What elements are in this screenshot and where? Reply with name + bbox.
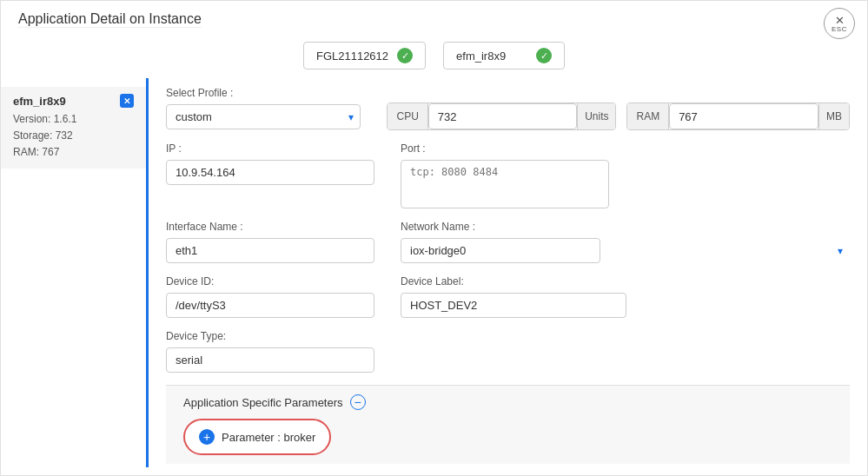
network-select-wrapper: iox-bridge0 ▾: [401, 238, 850, 263]
instance-chip-2[interactable]: efm_ir8x9 ✓: [443, 42, 565, 69]
device-type-group: Device Type:: [166, 330, 374, 373]
device-id-label-row: Device ID: Device Label:: [166, 275, 850, 318]
profile-select-wrapper: custom ▾: [166, 104, 361, 129]
ip-port-row: IP : Port :: [166, 142, 850, 208]
ram-group: RAM MB: [626, 102, 850, 130]
main-content: efm_ir8x9 ✕ Version: 1.6.1 Storage: 732 …: [1, 78, 867, 467]
device-type-label: Device Type:: [166, 330, 374, 342]
device-type-input[interactable]: [166, 347, 374, 373]
detail-panel: Select Profile : custom ▾ CPU Units: [149, 78, 867, 467]
device-id-group: Device ID:: [166, 275, 374, 318]
broker-row[interactable]: + Parameter : broker: [183, 419, 331, 455]
port-group: Port :: [401, 142, 850, 208]
network-group: Network Name : iox-bridge0 ▾: [401, 221, 850, 263]
interface-input[interactable]: [166, 238, 374, 263]
ram-input[interactable]: [669, 103, 818, 129]
esc-label: ESC: [832, 26, 847, 33]
minus-icon[interactable]: −: [350, 394, 366, 410]
port-label: Port :: [401, 142, 850, 155]
check-icon-1: ✓: [397, 48, 413, 63]
device-id-label: Device ID:: [166, 275, 374, 288]
profile-resource-row: Select Profile : custom ▾ CPU Units: [166, 87, 850, 130]
sidebar-close-button[interactable]: ✕: [120, 94, 134, 108]
profile-select[interactable]: custom: [166, 104, 361, 129]
plus-circle-icon: +: [199, 429, 215, 445]
page-title: Application Detail on Instance: [18, 11, 202, 28]
device-type-row: Device Type:: [166, 330, 850, 373]
instance-name-2: efm_ir8x9: [456, 50, 506, 63]
cpu-group: CPU Units: [387, 102, 616, 130]
esc-x-icon: ✕: [835, 15, 845, 26]
instances-bar: FGL21112612 ✓ efm_ir8x9 ✓: [1, 33, 867, 78]
device-id-input[interactable]: [166, 293, 374, 318]
cpu-label: CPU: [388, 103, 427, 129]
ip-group: IP :: [166, 142, 374, 185]
interface-label: Interface Name :: [166, 221, 374, 233]
ram-label: RAM: [627, 103, 669, 129]
ram-unit: MB: [818, 103, 849, 129]
device-label-label: Device Label:: [401, 275, 850, 288]
profile-label: Select Profile :: [166, 87, 361, 99]
network-arrow-icon: ▾: [838, 245, 843, 257]
instance-chip-1[interactable]: FGL21112612 ✓: [303, 42, 426, 69]
app-specific-header: Application Specific Parameters −: [183, 394, 832, 410]
device-label-group: Device Label:: [401, 275, 850, 318]
esc-button[interactable]: ✕ ESC: [824, 8, 855, 39]
app-specific-section: Application Specific Parameters − + Para…: [166, 385, 850, 464]
page-container: Application Detail on Instance ✕ ESC FGL…: [0, 0, 868, 476]
check-icon-2: ✓: [536, 48, 552, 63]
ip-label: IP :: [166, 142, 374, 155]
cpu-input[interactable]: [428, 103, 577, 129]
device-label-input[interactable]: [401, 293, 626, 318]
sidebar-info: Version: 1.6.1 Storage: 732 RAM: 767: [13, 111, 134, 162]
app-specific-title: Application Specific Parameters: [183, 396, 343, 409]
interface-network-row: Interface Name : Network Name : iox-brid…: [166, 221, 850, 263]
cpu-unit: Units: [577, 103, 615, 129]
port-textarea[interactable]: [401, 160, 609, 208]
instance-name-1: FGL21112612: [316, 50, 388, 63]
sidebar-item: efm_ir8x9 ✕ Version: 1.6.1 Storage: 732 …: [1, 87, 146, 169]
ip-input[interactable]: [166, 160, 374, 185]
sidebar: efm_ir8x9 ✕ Version: 1.6.1 Storage: 732 …: [1, 78, 149, 467]
resources-group: CPU Units RAM MB: [387, 87, 850, 130]
sidebar-item-name: efm_ir8x9 ✕: [13, 94, 134, 108]
interface-group: Interface Name :: [166, 221, 374, 263]
profile-group: Select Profile : custom ▾: [166, 87, 361, 129]
broker-label: Parameter : broker: [222, 431, 315, 444]
network-label: Network Name :: [401, 221, 850, 233]
network-select[interactable]: iox-bridge0: [401, 238, 600, 263]
